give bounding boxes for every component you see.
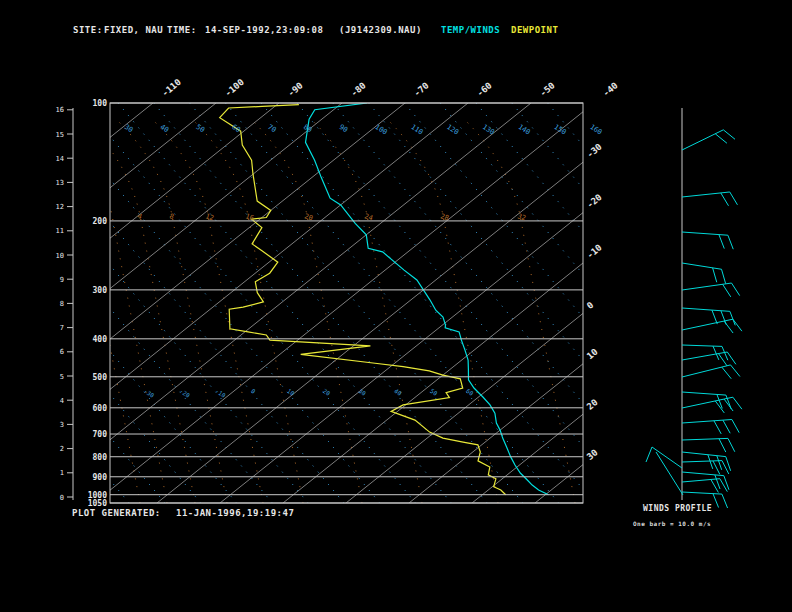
theta-top-label: 110 xyxy=(409,123,424,137)
height-km-label: 14 xyxy=(56,155,64,163)
isotherm-right-label: 0 xyxy=(585,300,596,311)
isotherm-top-label: -80 xyxy=(349,80,368,98)
theta-top-label: 160 xyxy=(588,123,603,137)
pressure-label: 600 xyxy=(93,404,108,413)
theta-top-label: 100 xyxy=(374,123,389,137)
height-km-label: 4 xyxy=(60,397,64,405)
theta-top-label: 70 xyxy=(266,123,277,134)
skewt-sounding-screen: SITE: FIXED, NAU TIME: 14-SEP-1992,23:09… xyxy=(0,0,792,612)
moist-adiabat-label: 4 xyxy=(136,212,142,221)
theta-top-label: 80 xyxy=(302,123,313,134)
theta-top-label: 30 xyxy=(123,123,134,134)
height-km-label: 12 xyxy=(56,203,64,211)
theta-mid-label: -20 xyxy=(178,387,191,399)
isotherm-right-label: 20 xyxy=(585,397,600,412)
plot-frame xyxy=(110,103,583,503)
height-km-label: 11 xyxy=(56,227,64,235)
isotherm-top-label: -70 xyxy=(412,80,431,98)
height-km-label: 1 xyxy=(60,469,64,477)
theta-mid-label: 50 xyxy=(429,387,439,397)
height-km-label: 15 xyxy=(56,131,64,139)
pressure-label: 500 xyxy=(93,373,108,382)
wind-barbs xyxy=(646,130,742,508)
height-km-label: 16 xyxy=(56,106,64,114)
height-km-label: 7 xyxy=(60,324,64,332)
height-km-label: 5 xyxy=(60,373,64,381)
pressure-label: 1050 xyxy=(88,499,107,508)
theta-top-label: 60 xyxy=(230,123,241,134)
theta-top-label: 90 xyxy=(338,123,349,134)
theta-mid-label: -30 xyxy=(143,387,156,399)
height-km-label: 10 xyxy=(56,252,64,260)
isotherm-top-label: -110 xyxy=(160,77,183,99)
pressure-label: 100 xyxy=(93,99,108,108)
pressure-label: 700 xyxy=(93,430,108,439)
pressure-label: 800 xyxy=(93,453,108,462)
theta-mid-label: -10 xyxy=(214,387,227,399)
isotherm-right-label: -20 xyxy=(585,192,604,210)
temperature-trace xyxy=(306,103,549,495)
pressure-label: 900 xyxy=(93,473,108,482)
theta-mid-label: 0 xyxy=(250,387,257,395)
skewt-chart: 1002003004005006007008009001000105016151… xyxy=(0,0,792,612)
isotherm-right-label: 30 xyxy=(585,448,600,463)
pressure-label: 400 xyxy=(93,335,108,344)
theta-mid-label: 20 xyxy=(322,387,332,397)
moist-adiabat-label: 8 xyxy=(168,212,174,221)
theta-top-label: 120 xyxy=(445,123,460,137)
height-km-label: 9 xyxy=(60,276,64,284)
pressure-label: 300 xyxy=(93,286,108,295)
theta-top-label: 50 xyxy=(195,123,206,134)
isotherm-top-label: -60 xyxy=(475,80,494,98)
height-km-label: 13 xyxy=(56,179,64,187)
theta-mid-label: 10 xyxy=(286,387,296,397)
plot-grid xyxy=(0,103,792,503)
pressure-label: 200 xyxy=(93,217,108,226)
isotherm-top-label: -100 xyxy=(223,77,246,99)
isotherm-top-label: -90 xyxy=(286,80,305,98)
isotherm-top-label: -50 xyxy=(538,80,557,98)
height-km-label: 0 xyxy=(60,494,64,502)
theta-top-label: 140 xyxy=(517,123,532,137)
height-km-label: 6 xyxy=(60,348,64,356)
isotherm-top-label: -40 xyxy=(601,80,620,98)
height-km-label: 2 xyxy=(60,445,64,453)
isotherm-right-label: -30 xyxy=(585,142,604,160)
theta-mid-label: 60 xyxy=(465,387,475,397)
height-km-label: 8 xyxy=(60,300,64,308)
isotherm-right-label: -10 xyxy=(585,242,604,260)
height-km-label: 3 xyxy=(60,421,64,429)
theta-mid-label: 30 xyxy=(357,387,367,397)
dewpoint-trace xyxy=(220,105,506,495)
theta-top-label: 40 xyxy=(159,123,170,134)
theta-mid-label: 40 xyxy=(393,387,403,397)
isotherm-right-label: 10 xyxy=(585,347,600,362)
theta-top-label: 130 xyxy=(481,123,496,137)
